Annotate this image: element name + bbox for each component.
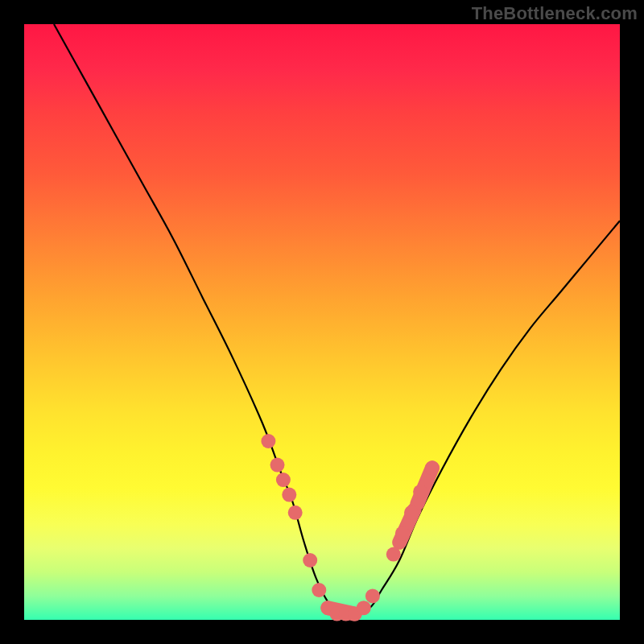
marker-dot — [413, 485, 427, 499]
marker-dot — [270, 458, 285, 473]
plot-area — [24, 24, 620, 620]
chart-frame: TheBottleneck.com — [0, 0, 644, 644]
marker-dot — [365, 588, 380, 603]
marker-dot — [276, 473, 291, 487]
marker-dot — [395, 526, 410, 541]
bottleneck-curve — [54, 24, 620, 615]
marker-dot — [303, 553, 317, 568]
marker-dot — [282, 488, 296, 502]
marker-dot — [357, 601, 371, 615]
marker-dot — [261, 434, 275, 448]
marker-dot — [386, 547, 401, 562]
watermark-text: TheBottleneck.com — [472, 3, 638, 24]
chart-svg — [24, 24, 620, 620]
marker-dot — [288, 506, 303, 520]
marker-dot — [404, 506, 419, 520]
marker-dot — [312, 583, 326, 597]
marker-dot — [425, 460, 440, 475]
